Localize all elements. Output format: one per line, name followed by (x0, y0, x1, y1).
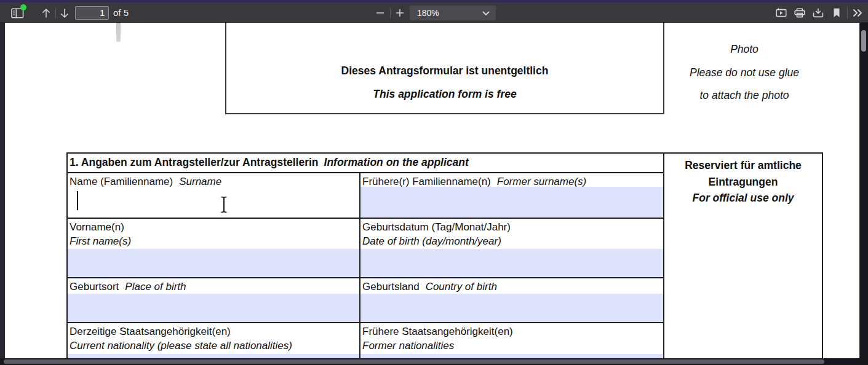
page-down-icon (60, 8, 70, 18)
ibeam-cursor-icon (220, 196, 228, 216)
zoom-select[interactable]: 180% (410, 6, 496, 20)
presentation-mode-icon (776, 8, 787, 18)
field-label: Frühere(r) Familienname(n)Former surname… (360, 173, 663, 189)
field-label-de: Vorname(n) (70, 220, 359, 234)
text-caret (77, 191, 78, 210)
field-label-en: Current nationality (please state all na… (70, 339, 359, 353)
horizontal-scrollbar-thumb[interactable] (4, 359, 824, 364)
pdf-toolbar: of 5 180% (0, 2, 868, 23)
photo-note-line: to attach the photo (667, 84, 821, 108)
official-use-line: For official use only (664, 190, 822, 206)
chevron-down-icon (482, 8, 490, 18)
page-count-label: of 5 (113, 2, 129, 23)
form-field-birthplace[interactable]: GeburtsortPlace of birth (68, 278, 360, 322)
section-header-row: 1. Angaben zum Antragsteller/zur Antrags… (68, 154, 663, 172)
presentation-mode-button[interactable] (773, 4, 790, 22)
page-fragment-above (116, 23, 121, 42)
free-notice-de: Dieses Antragsformular ist unentgeltlich (226, 65, 663, 77)
field-label: GeburtsortPlace of birth (68, 278, 359, 294)
field-label-de: Geburtsdatum (Tag/Monat/Jahr) (362, 220, 663, 234)
table-row: GeburtsortPlace of birth GeburtslandCoun… (68, 277, 663, 322)
free-notice-en: This application form is free (226, 88, 663, 101)
field-highlight[interactable] (360, 294, 663, 322)
zoom-select-value: 180% (417, 8, 482, 18)
pdf-page: Dieses Antragsformular ist unentgeltlich… (5, 23, 859, 365)
horizontal-scrollbar[interactable] (0, 358, 868, 365)
photo-note-line: Please do not use glue (667, 61, 821, 85)
vertical-scrollbar-thumb[interactable] (861, 30, 866, 52)
form-field-former-surname[interactable]: Frühere(r) Familienname(n)Former surname… (360, 173, 663, 218)
section-title-en: Information on the applicant (324, 156, 469, 168)
field-label: Geburtsdatum (Tag/Monat/Jahr) Date of bi… (360, 219, 663, 248)
field-label: Frühere Staatsangehörigkeit(en) Former n… (360, 323, 663, 353)
double-chevron-icon (851, 8, 864, 18)
free-notice-box: Dieses Antragsformular ist unentgeltlich… (225, 23, 664, 114)
field-label: Vorname(n) First name(s) (68, 219, 359, 248)
field-label-en: Surname (179, 176, 221, 187)
pdf-viewer-window: of 5 180% (0, 0, 868, 365)
field-label-de: Frühere(r) Familienname(n) (362, 176, 491, 187)
page-up-icon (41, 8, 51, 18)
form-field-surname[interactable]: Name (Familienname)Surname (68, 173, 360, 218)
section-title: 1. Angaben zum Antragsteller/zur Antrags… (68, 154, 469, 169)
field-highlight[interactable] (68, 294, 359, 322)
field-label-de: Frühere Staatsangehörigkeit(en) (362, 324, 663, 339)
field-label: Name (Familienname)Surname (68, 173, 359, 189)
zoom-in-icon (396, 9, 404, 17)
download-icon (813, 8, 824, 18)
field-label-en: Place of birth (125, 281, 186, 292)
zoom-out-button[interactable] (372, 4, 389, 22)
previous-page-button[interactable] (38, 4, 55, 22)
field-label-de: Geburtsort (70, 281, 119, 292)
field-label-en: Former nationalities (362, 339, 663, 353)
field-highlight[interactable] (360, 249, 663, 277)
table-row: Vorname(n) First name(s) Geburtsdatum (T… (68, 218, 663, 277)
zoom-in-button[interactable] (391, 4, 408, 22)
page-number-input[interactable] (75, 6, 109, 20)
field-highlight[interactable] (360, 187, 663, 218)
photo-note: Photo Please do not use glue to attach t… (667, 38, 821, 108)
field-label-en: Country of birth (426, 281, 497, 292)
official-use-box: Reserviert für amtliche Eintragungen For… (664, 152, 823, 365)
bookmark-icon (833, 8, 840, 18)
toolbar-separator (390, 7, 391, 18)
next-page-button[interactable] (56, 4, 73, 22)
form-field-first-names[interactable]: Vorname(n) First name(s) (68, 219, 360, 277)
field-label: GeburtslandCountry of birth (360, 278, 663, 294)
vertical-scrollbar[interactable] (860, 23, 868, 365)
toolbar-separator (847, 7, 848, 18)
field-label: Derzeitige Staatsangehörigkeit(en) Curre… (68, 323, 359, 353)
sidebar-notification-badge (20, 4, 26, 10)
bookmark-button[interactable] (828, 4, 845, 22)
official-use-line: Eintragungen (664, 174, 822, 190)
field-label-en: First name(s) (70, 234, 359, 248)
form-field-date-of-birth[interactable]: Geburtsdatum (Tag/Monat/Jahr) Date of bi… (360, 219, 663, 277)
field-label-de: Derzeitige Staatsangehörigkeit(en) (70, 324, 359, 339)
table-row: Name (Familienname)Surname Frühere(r) Fa… (68, 172, 663, 218)
field-label-en: Date of birth (day/month/year) (362, 234, 663, 248)
print-button[interactable] (791, 4, 808, 22)
field-highlight[interactable] (68, 249, 359, 277)
applicant-info-table: 1. Angaben zum Antragsteller/zur Antrags… (66, 152, 664, 365)
print-icon (794, 8, 805, 18)
toolbar-overflow-button[interactable] (849, 4, 866, 22)
section-title-de: 1. Angaben zum Antragsteller/zur Antrags… (70, 156, 319, 168)
field-label-de: Name (Familienname) (70, 176, 173, 187)
zoom-out-icon (376, 9, 384, 17)
official-use-line: Reserviert für amtliche (664, 157, 822, 174)
download-button[interactable] (810, 4, 827, 22)
photo-note-line: Photo (667, 38, 821, 61)
form-field-birth-country[interactable]: GeburtslandCountry of birth (360, 278, 663, 322)
field-label-en: Former surname(s) (497, 176, 586, 187)
field-label-de: Geburtsland (362, 281, 420, 292)
